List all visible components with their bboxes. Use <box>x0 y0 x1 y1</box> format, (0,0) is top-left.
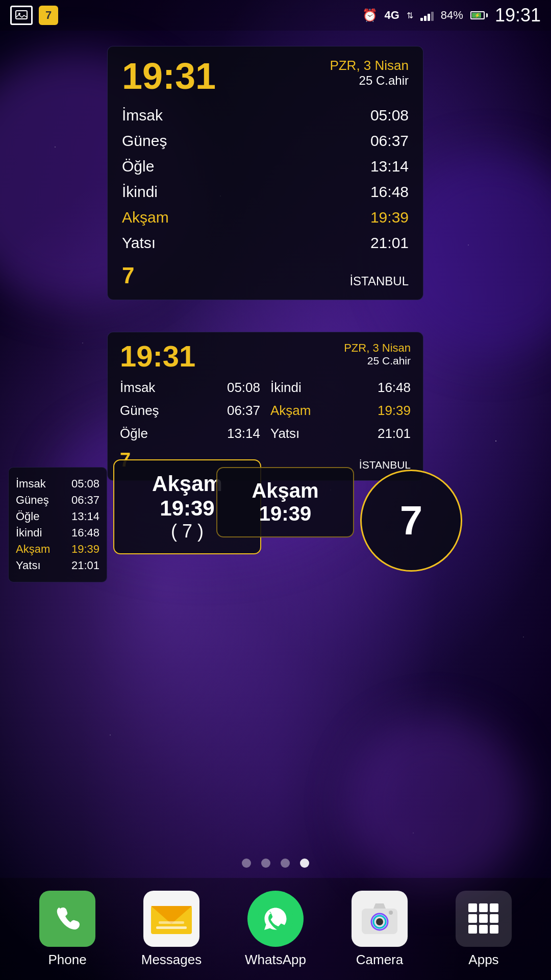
medium-widget-date: PZR, 3 Nisan 25 C.ahir <box>344 341 411 367</box>
prayer-row-gunes: Güneş 06:37 <box>122 128 409 154</box>
large-date-hijri: 25 C.ahir <box>330 74 409 88</box>
apps-app-icon <box>456 891 512 947</box>
large-city: İSTANBUL <box>349 274 409 288</box>
messages-label: Messages <box>141 952 202 968</box>
small-imsak: İmsak 05:08 <box>16 476 99 492</box>
dock: Phone Messages WhatsApp <box>0 878 551 980</box>
prayer-row-ikindi: İkindi 16:48 <box>122 179 409 205</box>
large-widget-time: 19:31 <box>122 58 216 94</box>
svg-rect-15 <box>468 914 477 923</box>
medium-widget-time: 19:31 <box>120 341 195 371</box>
widget-large[interactable]: 19:31 PZR, 3 Nisan 25 C.ahir İmsak 05:08… <box>107 46 423 300</box>
main-content: 19:31 PZR, 3 Nisan 25 C.ahir İmsak 05:08… <box>0 31 551 878</box>
small-ikindi: İkindi 16:48 <box>16 525 99 541</box>
signal-bars <box>420 10 434 21</box>
small-aksam: Akşam 19:39 <box>16 541 99 557</box>
phone-app-icon <box>39 891 95 947</box>
medium-ogle: Öğle 13:14 <box>120 423 260 444</box>
page-dot-4[interactable] <box>300 859 309 868</box>
notification-badge: 7 <box>39 6 58 25</box>
medium-aksam: Akşam 19:39 <box>270 400 411 421</box>
small-ogle: Öğle 13:14 <box>16 508 99 525</box>
battery-percent: 84% <box>441 9 463 22</box>
image-icon <box>10 6 33 25</box>
prayer-row-yatsi: Yatsı 21:01 <box>122 230 409 256</box>
medium-yatsi: Yatsı 21:01 <box>270 423 411 444</box>
dock-item-phone[interactable]: Phone <box>27 891 108 968</box>
medium-date-hijri: 25 C.ahir <box>344 355 411 367</box>
dock-item-camera[interactable]: Camera <box>339 891 420 968</box>
svg-rect-20 <box>490 925 498 934</box>
svg-rect-17 <box>490 914 498 923</box>
svg-rect-13 <box>479 903 488 912</box>
medium-gunes: Güneş 06:37 <box>120 400 260 421</box>
camera-label: Camera <box>356 952 403 968</box>
network-type: 4G <box>385 9 399 22</box>
aksam-medium-time: 19:39 <box>226 502 345 525</box>
svg-point-11 <box>389 911 393 915</box>
circle-number: 7 <box>400 497 423 544</box>
page-indicators <box>0 859 551 868</box>
prayer-row-ogle: Öğle 13:14 <box>122 154 409 179</box>
page-dot-1[interactable] <box>242 859 251 868</box>
page-dot-3[interactable] <box>281 859 290 868</box>
page-dot-2[interactable] <box>261 859 270 868</box>
svg-rect-14 <box>490 903 498 912</box>
widget-small-left[interactable]: İmsak 05:08 Güneş 06:37 Öğle 13:14 İkind… <box>8 467 107 582</box>
svg-rect-5 <box>159 921 184 924</box>
svg-rect-18 <box>468 925 477 934</box>
apps-label: Apps <box>468 952 498 968</box>
svg-rect-19 <box>479 925 488 934</box>
medium-city: İSTANBUL <box>359 459 411 471</box>
whatsapp-app-icon <box>247 891 304 947</box>
messages-app-icon <box>143 891 199 947</box>
battery-icon: ⚡ <box>470 11 488 19</box>
svg-rect-16 <box>479 914 488 923</box>
small-yatsi: Yatsı 21:01 <box>16 557 99 574</box>
status-left: 7 <box>10 6 58 25</box>
large-countdown: 7 <box>122 263 134 288</box>
alarm-icon: ⏰ <box>362 8 378 22</box>
dock-item-messages[interactable]: Messages <box>131 891 212 968</box>
svg-rect-4 <box>156 926 187 929</box>
status-bar: 7 ⏰ 4G ⇅ 84% ⚡ 19:31 <box>0 0 551 31</box>
aksam-medium-title: Akşam <box>226 479 345 502</box>
prayer-row-imsak: İmsak 05:08 <box>122 103 409 128</box>
widget-circle[interactable]: 7 <box>360 470 462 572</box>
network-arrows: ⇅ <box>407 11 413 20</box>
small-gunes: Güneş 06:37 <box>16 492 99 508</box>
svg-point-10 <box>376 918 383 925</box>
medium-date-day: PZR, 3 Nisan <box>344 341 411 355</box>
whatsapp-label: WhatsApp <box>245 952 306 968</box>
large-widget-date: PZR, 3 Nisan 25 C.ahir <box>330 58 409 88</box>
dock-item-whatsapp[interactable]: WhatsApp <box>235 891 316 968</box>
dock-item-apps[interactable]: Apps <box>443 891 524 968</box>
medium-ikindi: İkindi 16:48 <box>270 377 411 398</box>
status-right: ⏰ 4G ⇅ 84% ⚡ 19:31 <box>362 5 541 26</box>
prayer-row-aksam: Akşam 19:39 <box>122 205 409 230</box>
svg-rect-12 <box>468 903 477 912</box>
widget-medium[interactable]: 19:31 PZR, 3 Nisan 25 C.ahir İmsak 05:08… <box>107 332 423 481</box>
camera-app-icon <box>352 891 408 947</box>
large-date-day: PZR, 3 Nisan <box>330 58 409 74</box>
medium-imsak: İmsak 05:08 <box>120 377 260 398</box>
status-time: 19:31 <box>495 5 541 26</box>
svg-rect-0 <box>16 11 27 19</box>
phone-label: Phone <box>48 952 86 968</box>
widget-aksam-medium[interactable]: Akşam 19:39 <box>216 467 354 537</box>
